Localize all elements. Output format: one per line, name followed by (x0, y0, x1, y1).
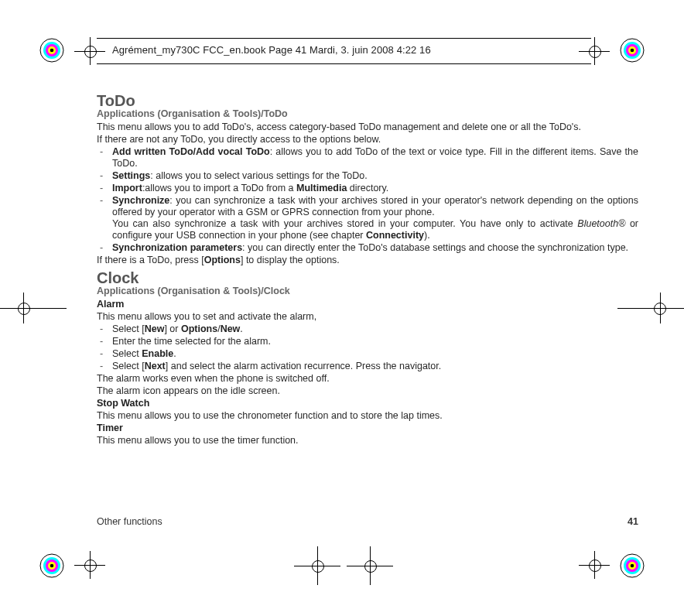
list-item-text: Bluetooth® (577, 218, 625, 229)
list-item: Add written ToDo/Add vocal ToDo: allows … (97, 146, 638, 169)
register-mark-icon (39, 553, 65, 579)
list-item: Import:allows you to import a ToDo from … (97, 183, 638, 194)
list-item-label: Enable (142, 348, 173, 359)
list-item: Synchronize: you can synchronize a task … (97, 195, 638, 241)
bullet-list: Select [New] or Options/New. Enter the t… (97, 323, 638, 372)
body-text: This menu allows you to use the chronome… (97, 410, 638, 422)
body-text: The alarm icon appears on the idle scree… (97, 385, 638, 397)
page-header: Agrément_my730C FCC_en.book Page 41 Mard… (97, 38, 591, 64)
list-item: Settings: allows you to select various s… (97, 170, 638, 182)
list-item: Select [New] or Options/New. (97, 323, 638, 335)
list-item-label: Multimedia (296, 183, 347, 193)
header-text: Agrément_my730C FCC_en.book Page 41 Mard… (112, 44, 431, 56)
body-text: This menu allows you to set and activate… (97, 311, 638, 323)
page-number: 41 (628, 516, 638, 527)
list-item: Select [Next] and select the alarm activ… (97, 361, 638, 372)
register-mark-icon (39, 37, 65, 63)
crop-mark-icon (579, 551, 610, 579)
list-item-text: ] or (164, 323, 181, 334)
section-title-todo: ToDo (97, 95, 638, 107)
svg-point-19 (631, 564, 634, 568)
list-item: Select Enable. (97, 348, 638, 360)
breadcrumb: Applications (Organisation & Tools)/ToDo (97, 108, 638, 120)
list-item-label: Import (112, 183, 142, 193)
page-content: ToDo Applications (Organisation & Tools)… (97, 89, 638, 447)
body-text: If there is a ToDo, press [Options] to d… (97, 255, 638, 266)
body-text: If there are not any ToDo, you directly … (97, 134, 638, 145)
subheading: Alarm (97, 299, 638, 310)
list-item-label: Add written ToDo/Add vocal ToDo (112, 146, 270, 157)
svg-point-9 (631, 49, 634, 53)
list-item-text: You can also synchronize a task with you… (112, 218, 577, 229)
page: { "header": { "text": "Agrément_my730C F… (0, 0, 684, 616)
body-text: Options (204, 255, 241, 265)
body-text: This menu allows you to use the timer fu… (97, 435, 638, 447)
svg-point-14 (50, 564, 54, 568)
body-text: The alarm works even when the phone is s… (97, 373, 638, 385)
list-item-text: : you can directly enter the ToDo's data… (242, 242, 628, 253)
body-text: If there is a ToDo, press [ (97, 255, 204, 265)
list-item-label: New (145, 323, 165, 334)
list-item-label: Options (181, 323, 217, 334)
subheading: Timer (97, 423, 638, 434)
list-item-text: Select [ (112, 323, 145, 334)
list-item-text: directory. (347, 183, 388, 193)
list-item-text: :allows you to import a ToDo from a (142, 183, 296, 193)
footer-section: Other functions (97, 516, 162, 527)
list-item-text: . (240, 323, 242, 334)
crop-mark-icon (0, 293, 70, 323)
list-item-text: . (173, 348, 176, 359)
section-title-clock: Clock (97, 272, 638, 284)
crop-mark-icon (347, 546, 393, 585)
list-item: Synchronization parameters: you can dire… (97, 242, 638, 254)
list-item-text: ] and select the alarm activation recurr… (166, 361, 441, 371)
list-item-label: Synchronization parameters (112, 242, 242, 253)
subheading: Stop Watch (97, 398, 638, 409)
list-item-label: New (221, 323, 241, 334)
page-footer: Other functions 41 (97, 516, 638, 527)
crop-mark-icon (74, 551, 105, 579)
body-text: This menu allows you to add ToDo's, acce… (97, 121, 638, 133)
list-item-text: : you can synchronize a task with your a… (112, 195, 638, 217)
list-item-label: Connectivity (366, 230, 424, 241)
list-item-label: Next (145, 361, 166, 371)
svg-point-4 (50, 49, 54, 53)
list-item-label: Synchronize (112, 195, 169, 206)
body-text: ] to display the options. (241, 255, 340, 265)
list-item-text: ). (424, 230, 430, 241)
list-item: Enter the time selected for the alarm. (97, 336, 638, 347)
list-item-label: Settings (112, 170, 150, 181)
bullet-list: Add written ToDo/Add vocal ToDo: allows … (97, 146, 638, 254)
crop-mark-icon (294, 546, 340, 585)
list-item-text: Select [ (112, 361, 145, 371)
list-item-text: : allows you to select various settings … (150, 170, 367, 181)
list-item-text: Select (112, 348, 142, 359)
breadcrumb: Applications (Organisation & Tools)/Cloc… (97, 286, 638, 297)
register-mark-icon (619, 553, 645, 579)
register-mark-icon (619, 37, 645, 63)
